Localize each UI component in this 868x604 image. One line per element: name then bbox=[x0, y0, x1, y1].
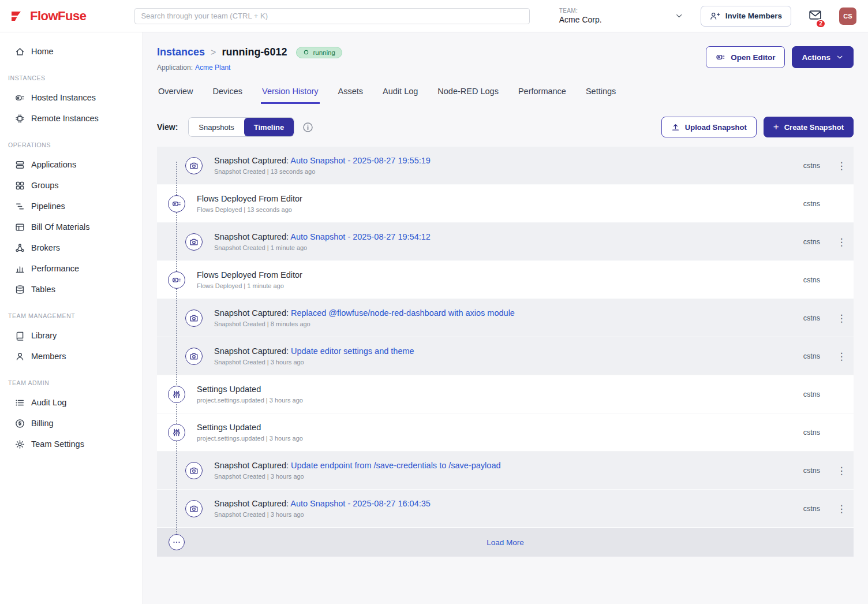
event-title: Snapshot Captured: Update endpoint from … bbox=[214, 461, 750, 470]
event-meta: Flows Deployed | 13 seconds ago bbox=[197, 206, 750, 213]
breadcrumb-separator: > bbox=[211, 47, 216, 58]
sidebar-section-team-admin: TEAM ADMIN bbox=[0, 379, 143, 386]
info-icon[interactable] bbox=[302, 122, 313, 133]
tab-devices[interactable]: Devices bbox=[211, 83, 244, 104]
view-option-snapshots[interactable]: Snapshots bbox=[189, 118, 244, 136]
sidebar-section-team-management: TEAM MANAGEMENT bbox=[0, 312, 143, 319]
tab-assets[interactable]: Assets bbox=[337, 83, 365, 104]
applications-icon bbox=[15, 160, 25, 170]
event-user: cstns bbox=[803, 200, 820, 208]
tab-settings[interactable]: Settings bbox=[585, 83, 617, 104]
kebab-menu-button[interactable]: ⋮ bbox=[834, 465, 849, 475]
snapshot-link[interactable]: Replaced @flowfuse/node-red-dashboard wi… bbox=[291, 308, 515, 318]
search-input[interactable] bbox=[134, 8, 530, 24]
kebab-menu-button[interactable]: ⋮ bbox=[834, 237, 849, 247]
tab-overview[interactable]: Overview bbox=[157, 83, 194, 104]
brokers-icon bbox=[15, 243, 25, 253]
billing-icon bbox=[15, 419, 25, 428]
actions-label: Actions bbox=[802, 53, 830, 62]
status-dot-icon bbox=[303, 49, 309, 55]
invite-members-button[interactable]: Invite Members bbox=[701, 6, 791, 27]
sidebar-item-label: Team Settings bbox=[31, 439, 84, 449]
tab-audit-log[interactable]: Audit Log bbox=[381, 83, 419, 104]
breadcrumb-instances-link[interactable]: Instances bbox=[157, 46, 205, 58]
editor-icon bbox=[716, 53, 725, 62]
sidebar-section-instances: INSTANCES bbox=[0, 74, 143, 81]
event-title: Snapshot Captured: Auto Snapshot - 2025-… bbox=[214, 156, 750, 165]
upload-snapshot-button[interactable]: Upload Snapshot bbox=[661, 117, 757, 137]
logo-text: FlowFuse bbox=[30, 9, 86, 24]
top-header: FlowFuse TEAM: Acme Corp. Invite Members… bbox=[0, 0, 868, 32]
sidebar-item-home[interactable]: Home bbox=[0, 41, 143, 62]
snapshot-link[interactable]: Auto Snapshot - 2025-08-27 19:55:19 bbox=[290, 156, 431, 165]
sidebar-item-label: Brokers bbox=[31, 243, 60, 252]
sidebar-item-applications[interactable]: Applications bbox=[0, 154, 143, 175]
members-icon bbox=[15, 352, 25, 361]
performance-icon bbox=[15, 264, 25, 274]
view-option-timeline[interactable]: Timeline bbox=[244, 118, 294, 136]
tab-node-red-logs[interactable]: Node-RED Logs bbox=[436, 83, 500, 104]
tab-version-history[interactable]: Version History bbox=[261, 83, 320, 104]
pipelines-icon bbox=[15, 202, 25, 211]
event-user: cstns bbox=[803, 428, 820, 437]
sidebar-item-groups[interactable]: Groups bbox=[0, 175, 143, 196]
sidebar-item-brokers[interactable]: Brokers bbox=[0, 237, 143, 258]
snapshot-link[interactable]: Update editor settings and theme bbox=[291, 346, 414, 356]
kebab-menu-button[interactable]: ⋮ bbox=[834, 504, 849, 513]
sidebar-item-bill-of-materials[interactable]: Bill Of Materials bbox=[0, 217, 143, 237]
sidebar-item-label: Billing bbox=[31, 419, 54, 428]
event-user: cstns bbox=[803, 276, 820, 284]
open-editor-button[interactable]: Open Editor bbox=[706, 46, 785, 68]
sidebar-item-billing[interactable]: Billing bbox=[0, 413, 143, 434]
user-plus-icon bbox=[710, 12, 720, 21]
deploy-icon bbox=[168, 271, 185, 289]
sidebar-item-library[interactable]: Library bbox=[0, 325, 143, 346]
sidebar-item-pipelines[interactable]: Pipelines bbox=[0, 196, 143, 217]
sidebar-item-performance[interactable]: Performance bbox=[0, 258, 143, 279]
load-more-button[interactable]: Load More bbox=[487, 538, 524, 547]
event-title: Settings Updated bbox=[197, 385, 750, 394]
snapshot-link[interactable]: Auto Snapshot - 2025-08-27 19:54:12 bbox=[290, 232, 431, 241]
event-title: Settings Updated bbox=[197, 423, 750, 432]
camera-icon bbox=[185, 157, 203, 174]
view-toolbar: View: Snapshots Timeline Upload Snapshot… bbox=[157, 117, 854, 137]
application-label: Application: bbox=[157, 64, 193, 72]
library-icon bbox=[15, 331, 25, 341]
timeline-panel: Snapshot Captured: Auto Snapshot - 2025-… bbox=[157, 147, 854, 557]
event-title: Snapshot Captured: Replaced @flowfuse/no… bbox=[214, 308, 750, 318]
timeline-row: Settings Updated project.settings.update… bbox=[157, 413, 854, 452]
actions-button[interactable]: Actions bbox=[792, 46, 854, 68]
kebab-menu-button[interactable]: ⋮ bbox=[834, 351, 849, 361]
event-meta: Flows Deployed | 1 minute ago bbox=[197, 282, 750, 289]
snapshot-link[interactable]: Update endpoint from /save-credentials t… bbox=[291, 461, 501, 470]
user-avatar[interactable]: CS bbox=[839, 8, 856, 25]
tab-performance[interactable]: Performance bbox=[517, 83, 567, 104]
kebab-menu-button[interactable]: ⋮ bbox=[834, 161, 849, 170]
gear-icon bbox=[15, 439, 25, 449]
create-snapshot-button[interactable]: + Create Snapshot bbox=[764, 117, 854, 137]
kebab-menu-button[interactable]: ⋮ bbox=[834, 313, 849, 323]
team-selector[interactable]: TEAM: Acme Corp. bbox=[559, 8, 683, 24]
sidebar-item-team-settings[interactable]: Team Settings bbox=[0, 434, 143, 454]
notification-badge: 2 bbox=[815, 19, 826, 28]
sidebar-item-hosted-instances[interactable]: Hosted Instances bbox=[0, 87, 143, 108]
audit-log-icon bbox=[15, 398, 25, 408]
event-meta: Snapshot Created | 3 hours ago bbox=[214, 473, 750, 480]
settings-sliders-icon bbox=[168, 424, 185, 441]
sidebar-item-audit-log[interactable]: Audit Log bbox=[0, 392, 143, 413]
load-more-row: Load More bbox=[157, 528, 854, 557]
timeline-row: Snapshot Captured: Auto Snapshot - 2025-… bbox=[157, 490, 854, 528]
team-label: TEAM: bbox=[559, 8, 602, 14]
open-editor-label: Open Editor bbox=[731, 53, 775, 62]
sidebar-item-members[interactable]: Members bbox=[0, 346, 143, 367]
snapshot-link[interactable]: Auto Snapshot - 2025-08-27 16:04:35 bbox=[290, 499, 431, 508]
sidebar-item-label: Groups bbox=[31, 181, 59, 190]
sidebar-item-label: Tables bbox=[31, 285, 55, 294]
bill-of-materials-icon bbox=[15, 222, 25, 232]
sidebar-item-remote-instances[interactable]: Remote Instances bbox=[0, 108, 143, 129]
flowfuse-logo[interactable]: FlowFuse bbox=[9, 9, 86, 24]
timeline-row: Settings Updated project.settings.update… bbox=[157, 375, 854, 413]
sidebar-item-tables[interactable]: Tables bbox=[0, 279, 143, 300]
notifications-button[interactable]: 2 bbox=[809, 9, 822, 23]
application-link[interactable]: Acme Plant bbox=[195, 64, 230, 72]
